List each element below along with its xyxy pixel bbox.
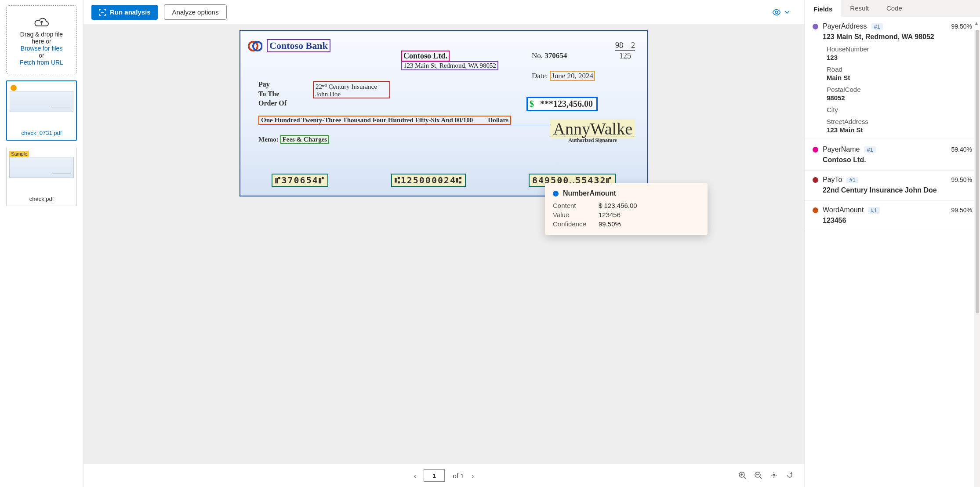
subfield-value: Main St [827,74,972,81]
payer-address-field: 123 Main St, Redmond, WA 98052 [401,61,498,70]
field-card[interactable]: PayTo#199.50%22nd Century Insurance John… [805,171,980,201]
field-value: 123456 [813,214,972,225]
subfield-key: City [827,106,972,113]
field-name: WordAmount [823,206,864,214]
toolbar: Run analysis Analyze options [83,0,804,24]
drop-text-1: Drag & drop file [9,31,74,38]
field-name: PayerName [823,145,860,153]
page-input[interactable] [424,469,445,482]
bank-logo-icon [248,39,262,53]
field-value: Contoso Ltd. [813,153,972,164]
subfield-key: PostalCode [827,86,972,93]
word-amount-field: One Hundred Twenty-Three Thousand Four H… [258,116,511,125]
zoom-out-button[interactable] [754,471,762,480]
field-dot-icon [813,177,818,183]
subfield-key: Road [827,65,972,73]
scan-icon [98,8,106,16]
sample-badge: Sample [9,151,29,157]
subfield-value: 123 [827,54,972,61]
field-card[interactable]: WordAmount#199.50%123456 [805,201,980,231]
page-of-label: of 1 [453,472,464,480]
field-tooltip: NumberAmount Content$ 123,456.00 Value12… [545,183,708,235]
panel-tabs: Fields Result Code [805,0,980,17]
memo-field: Memo: Fees & Charges [258,136,329,143]
chevron-down-icon [784,9,790,15]
check-date: Date: June 20, 2024 [532,72,595,80]
fit-button[interactable] [770,471,778,480]
payto-field: 22ⁿᵈ Century InsuranceJohn Doe [313,81,390,98]
prev-page-button[interactable]: ‹ [414,472,416,480]
signature-field: AnnyWalke Authorized Signature [550,119,635,144]
zoom-out-icon [754,471,762,479]
tooltip-dot-icon [553,191,559,196]
field-badge: #1 [871,23,883,30]
browse-link[interactable]: Browse for files [21,45,63,52]
field-dot-icon [813,24,818,29]
thumbnail-check-sample[interactable]: Sample check.pdf [6,147,77,206]
tab-result[interactable]: Result [841,0,878,17]
file-sidebar: Drag & drop file here or Browse for file… [0,0,83,487]
results-panel: Fields Result Code ▲ PayerAddress#199.50… [804,0,980,487]
check-number: No. 370654 [532,51,567,60]
field-dot-icon [813,147,818,153]
analyze-options-button[interactable]: Analyze options [164,4,227,20]
bank-name-field: Contoso Bank [267,39,330,52]
field-confidence: 59.40% [951,146,972,153]
rotate-icon [786,471,794,479]
eye-icon [772,7,781,17]
thumbnail-name: check.pdf [7,193,76,206]
fields-list[interactable]: PayerAddress#199.50%123 Main St, Redmond… [805,17,980,487]
drop-text-2: here or [9,38,74,45]
field-value: 22nd Century Insurance John Doe [813,184,972,194]
run-analysis-button[interactable]: Run analysis [91,5,158,20]
thumbnail-name: check_0731.pdf [7,127,76,140]
field-card[interactable]: PayerName#159.40%Contoso Ltd. [805,140,980,171]
routing-fraction: 98 – 2 125 [615,41,635,61]
next-page-button[interactable]: › [472,472,474,480]
field-card[interactable]: PayerAddress#199.50%123 Main St, Redmond… [805,17,980,140]
field-name: PayerAddress [823,22,867,30]
cloud-upload-icon [33,14,51,27]
field-badge: #1 [868,207,879,214]
thumbnail-check-0731[interactable]: check_0731.pdf [6,80,77,141]
check-image: Contoso Bank Contoso Ltd. 123 Main St, R… [240,30,648,196]
subfield-value: 123 Main St [827,126,972,134]
field-name: PayTo [823,176,842,184]
field-confidence: 99.50% [951,23,972,30]
number-amount-field[interactable]: $***123,456.00 [526,97,598,111]
zoom-in-icon [738,471,746,479]
main-area: Run analysis Analyze options Contoso Ban… [83,0,804,487]
canvas-footer: ‹ of 1 › [83,464,804,487]
zoom-in-button[interactable] [738,471,746,480]
subfield-key: HouseNumber [827,45,972,53]
payto-label: PayTo TheOrder Of [258,80,287,108]
tab-fields[interactable]: Fields [805,0,841,17]
tab-code[interactable]: Code [878,0,911,17]
field-confidence: 99.50% [951,207,972,214]
status-dot-icon [11,85,17,91]
scrollbar[interactable] [974,30,980,487]
fit-icon [770,471,778,479]
document-canvas[interactable]: Contoso Bank Contoso Ltd. 123 Main St, R… [83,24,804,464]
subfield-value: 98052 [827,94,972,102]
payer-name-field: Contoso Ltd. [401,51,450,62]
scroll-up-icon[interactable]: ▲ [974,20,979,26]
rotate-button[interactable] [786,471,794,480]
field-value: 123 Main St, Redmond, WA 98052 [813,30,972,41]
field-dot-icon [813,207,818,213]
tooltip-title: NumberAmount [563,189,616,197]
field-badge: #1 [846,177,858,183]
subfield-key: StreetAddress [827,118,972,125]
field-badge: #1 [864,146,875,153]
visibility-toggle[interactable] [772,7,796,17]
fetch-url-link[interactable]: Fetch from URL [20,59,63,66]
drop-or: or [9,52,74,59]
svg-point-4 [773,474,775,476]
dropzone[interactable]: Drag & drop file here or Browse for file… [6,5,77,74]
field-confidence: 99.50% [951,176,972,183]
